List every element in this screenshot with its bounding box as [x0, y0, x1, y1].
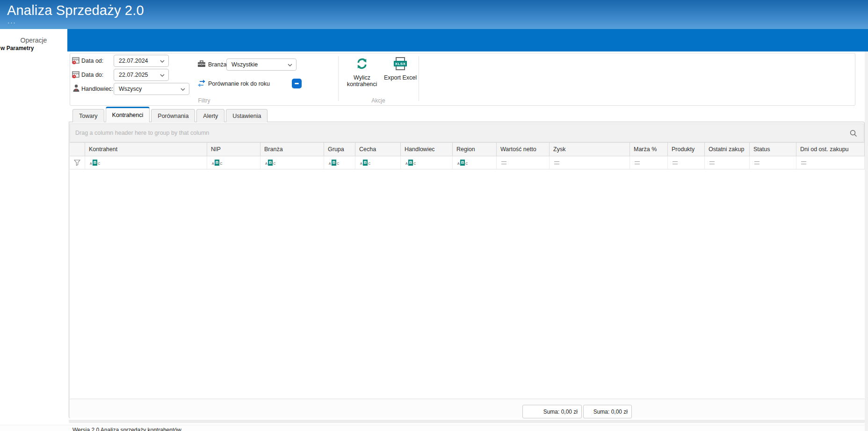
filter-cell-produkty[interactable]	[668, 156, 705, 169]
column-header-zysk[interactable]: Zysk	[550, 143, 630, 156]
group-separator	[338, 56, 339, 101]
tab-alerty[interactable]: Alerty	[196, 109, 224, 122]
industry-combobox[interactable]: Wszystkie	[226, 58, 297, 71]
salesman-label: Handlowiec:	[81, 86, 113, 92]
column-header-mar-a-[interactable]: Marża %	[630, 143, 668, 156]
calculate-button-label-line1: Wylicz	[347, 74, 377, 81]
chevron-down-icon	[181, 88, 185, 91]
ribbon-content-panel: Data od: 22.07.2024 Data do: 22.07.2025 …	[70, 53, 855, 106]
calendar-clock-icon	[72, 71, 80, 79]
equals-filter-icon	[554, 161, 559, 164]
industry-value: Wszystkie	[231, 61, 258, 68]
export-button-label: Export Excel	[384, 74, 417, 81]
export-excel-button[interactable]: XLSX Export Excel	[383, 57, 418, 81]
column-header-label: Dni od ost. zakupu	[800, 146, 849, 153]
grid-group-by-panel[interactable]: Drag a column header here to group by th…	[70, 124, 864, 142]
calculate-contractors-button[interactable]: Wylicz kontrahenci	[341, 57, 383, 88]
group-separator	[419, 56, 419, 101]
column-header-bran-a[interactable]: Branża	[260, 143, 324, 156]
grid-body-empty[interactable]	[70, 169, 865, 399]
salesman-value: Wszyscy	[119, 86, 142, 92]
date-from-combobox[interactable]: 22.07.2024	[114, 55, 169, 67]
salesman-combobox[interactable]: Wszyscy	[114, 83, 189, 95]
tab-towary[interactable]: Towary	[72, 109, 104, 122]
chevron-down-icon	[288, 64, 292, 66]
xlsx-badge: XLSX	[394, 61, 407, 66]
filter-cell-kontrahent[interactable]: ABC	[85, 156, 207, 169]
tab-ustawienia[interactable]: Ustawienia	[226, 109, 268, 122]
column-header-ostatni-zakup[interactable]: Ostatni zakup	[705, 143, 750, 156]
tab-kontrahenci[interactable]: Kontrahenci	[106, 107, 150, 122]
filter-cell-handlowiec[interactable]: ABC	[401, 156, 453, 169]
date-to-combobox[interactable]: 22.07.2025	[114, 69, 169, 81]
column-header-label: Zysk	[553, 146, 565, 153]
filter-cell-zysk[interactable]	[550, 156, 630, 169]
yoy-comparison-checkbox[interactable]	[292, 79, 302, 88]
filter-cell-nip[interactable]: ABC	[207, 156, 260, 169]
column-header-region[interactable]: Region	[453, 143, 497, 156]
column-header-label: Handlowiec	[405, 146, 435, 153]
column-header-label: Region	[456, 146, 475, 153]
column-header-dni-od-ost-zakupu[interactable]: Dni od ost. zakupu	[796, 143, 865, 156]
window-title: Analiza Sprzedaży 2.0	[7, 3, 144, 18]
tab-page-bottom-edge	[69, 420, 865, 423]
column-header-produkty[interactable]: Produkty	[668, 143, 705, 156]
filter-cell-status[interactable]	[750, 156, 796, 169]
ribbon-accent-strip	[67, 29, 868, 51]
column-header-cecha[interactable]: Cecha	[355, 143, 401, 156]
filter-cell-bran-a[interactable]: ABC	[260, 156, 324, 169]
refresh-icon	[355, 57, 369, 70]
column-header-status[interactable]: Status	[750, 143, 796, 156]
date-from-value: 22.07.2024	[119, 58, 148, 64]
abc-filter-icon: ABC	[457, 160, 468, 166]
column-header-indicator	[70, 143, 85, 156]
window-right-edge	[865, 51, 868, 431]
date-from-label: Data od:	[81, 58, 103, 64]
grid-summary-strip: Suma: 0,00 zł Suma: 0,00 zł	[70, 399, 865, 418]
abc-filter-icon: ABC	[405, 160, 416, 166]
column-header-grupa[interactable]: Grupa	[324, 143, 355, 156]
equals-filter-icon	[635, 161, 640, 164]
filter-row-indicator[interactable]	[70, 156, 85, 169]
column-header-label: Wartość netto	[500, 146, 536, 153]
column-header-label: NIP	[211, 146, 221, 153]
filter-cell-cecha[interactable]: ABC	[355, 156, 401, 169]
equals-filter-icon	[673, 161, 678, 164]
abc-filter-icon: ABC	[90, 160, 100, 166]
filter-cell-dni-od-ost-zakupu[interactable]	[796, 156, 865, 169]
salesman-icon	[72, 84, 80, 92]
column-header-handlowiec[interactable]: Handlowiec	[401, 143, 453, 156]
column-header-warto-netto[interactable]: Wartość netto	[497, 143, 550, 156]
kontrahenci-tab-page: Drag a column header here to group by th…	[69, 122, 865, 418]
column-header-label: Grupa	[328, 146, 344, 153]
chevron-down-icon	[160, 74, 165, 77]
tab-porownania[interactable]: Porównania	[151, 109, 195, 122]
search-icon[interactable]	[849, 129, 858, 138]
parameters-panel-label[interactable]: w Parametry	[0, 45, 34, 51]
abc-filter-icon: ABC	[360, 160, 370, 166]
statusbar-text: Wersja 2.0 Analiza sprzedaży kontrahentó…	[72, 427, 181, 431]
calendar-clock-icon	[72, 57, 80, 65]
equals-filter-icon	[501, 161, 506, 164]
column-header-kontrahent[interactable]: Kontrahent	[85, 143, 207, 156]
column-header-label: Kontrahent	[89, 146, 117, 153]
filter-cell-region[interactable]: ABC	[453, 156, 497, 169]
equals-filter-icon	[801, 161, 806, 164]
indeterminate-mark	[295, 83, 299, 84]
equals-filter-icon	[709, 161, 715, 164]
tab-strip: Towary Kontrahenci Porównania Alerty Ust…	[69, 107, 865, 122]
date-to-value: 22.07.2025	[119, 72, 148, 78]
filters-group-caption: Filtry	[70, 97, 338, 104]
filter-cell-ostatni-zakup[interactable]	[705, 156, 750, 169]
filter-cell-warto-netto[interactable]	[497, 156, 550, 169]
column-header-label: Cecha	[359, 146, 376, 153]
filter-cell-mar-a-[interactable]	[630, 156, 668, 169]
app-window: Analiza Sprzedaży 2.0 ... Operacje w Par…	[0, 0, 868, 431]
ribbon-tab-row: Operacje	[0, 29, 868, 51]
group-panel-hint: Drag a column header here to group by th…	[75, 130, 209, 136]
filter-cell-grupa[interactable]: ABC	[324, 156, 355, 169]
column-header-label: Marża %	[634, 146, 657, 153]
column-header-nip[interactable]: NIP	[207, 143, 260, 156]
status-bar: Wersja 2.0 Analiza sprzedaży kontrahentó…	[0, 425, 868, 431]
column-header-label: Ostatni zakup	[709, 146, 744, 153]
